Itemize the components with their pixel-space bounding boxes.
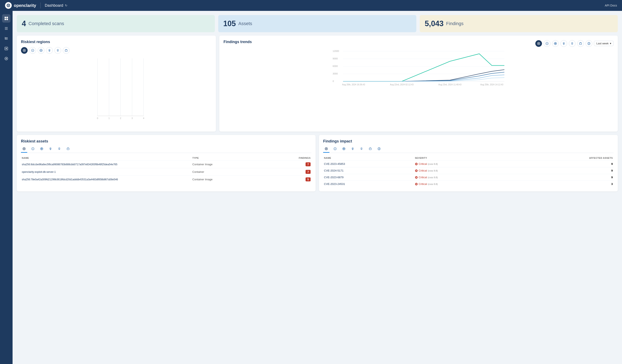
assets-tab-package[interactable] [65,146,71,153]
svg-rect-6 [6,18,8,20]
findings-impact-title: Findings impact [323,139,614,144]
svg-text:Aug 25th, 2024 14:12:43: Aug 25th, 2024 14:12:43 [480,83,504,86]
trends-chart: 12000 9000 6000 3000 0 Aug 20th, 2024 16… [223,49,614,89]
svg-text:4: 4 [143,117,144,119]
filter-vulnerability[interactable] [21,47,28,54]
svg-rect-4 [6,17,8,18]
trends-filter-package[interactable] [577,40,584,47]
brand-name: openclarity [14,3,36,8]
sidebar-item-list[interactable] [2,24,10,33]
impact-severity: Critical (cvss 9.8) [414,174,512,181]
period-selector[interactable]: Last week ▾ [594,41,614,46]
filter-rootkit[interactable] [55,47,61,54]
svg-rect-7 [5,27,8,28]
svg-rect-14 [5,38,5,38]
sidebar-item-scans[interactable] [2,44,10,53]
impact-tab-vulnerability[interactable] [323,146,330,153]
impact-name: CVE-2024-5171 [323,167,414,174]
svg-rect-31 [49,50,50,52]
svg-rect-10 [5,37,8,38]
impact-col-severity: SEVERITY [414,155,512,161]
svg-rect-12 [5,39,8,39]
filter-secret[interactable] [46,47,53,54]
content-area: 4 Completed scans 105 Assets 5,043 Findi… [13,11,622,364]
impact-tab-misc[interactable] [376,146,382,153]
findings-count: 5,043 [425,19,444,28]
summary-card-findings[interactable]: 5,043 Findings [420,15,618,32]
asset-findings: 5 [266,176,311,183]
sidebar-item-dashboard[interactable] [2,14,10,23]
chevron-down-icon: ▾ [610,42,611,45]
nav-divider [40,2,41,8]
assets-count: 105 [223,19,236,28]
col-name: NAME [21,155,192,161]
findings-label: Findings [446,21,464,26]
table-row[interactable]: sha256:8dccbe96a6ec5f6ca99086783b688cbb0… [21,161,311,168]
impact-name: CVE-2023-6879 [323,174,414,181]
findings-trends-panel: Findings trends [219,36,618,132]
filter-package[interactable] [63,47,70,54]
svg-rect-3 [5,17,6,18]
assets-tab-rootkit[interactable] [56,146,62,153]
assets-tab-vulnerability[interactable] [21,146,27,153]
trends-filter-misc[interactable] [585,40,592,47]
refresh-icon[interactable]: ↻ [65,4,67,7]
svg-point-2 [8,5,9,6]
trends-filter-malware[interactable] [552,40,559,47]
impact-tab-exploit[interactable] [332,146,338,153]
svg-rect-102 [369,148,371,150]
impact-name: CVE-2023-24531 [323,181,414,187]
impact-tab-malware[interactable] [341,146,347,153]
bottom-panels: Riskiest assets [17,135,618,191]
summary-card-scans[interactable]: 4 Completed scans [17,15,215,32]
svg-rect-88 [67,148,69,150]
impact-tab-row [323,146,614,153]
trends-filter-secret[interactable] [561,40,567,47]
sidebar-item-findings[interactable] [2,55,10,63]
svg-text:9000: 9000 [333,57,338,60]
impact-name: CVE-2023-45853 [323,161,414,167]
trends-filter-vuln[interactable] [535,40,542,47]
impact-tab-package[interactable] [367,146,373,153]
impact-affected: 3 [512,181,614,187]
svg-point-101 [361,148,362,149]
filter-exploit[interactable] [29,47,36,54]
trends-filter-rootkit[interactable] [569,40,576,47]
sidebar-item-assets[interactable] [2,34,10,43]
assets-tab-secret[interactable] [47,146,54,153]
main-layout: 4 Completed scans 105 Assets 5,043 Findi… [0,11,622,364]
impact-col-affected: AFFECTED ASSETS [512,155,614,161]
trends-filter-exploit[interactable] [544,40,550,47]
svg-point-57 [572,42,573,44]
table-row[interactable]: openclarity-exploit-db-server-1 Containe… [21,168,311,176]
trends-title: Findings trends [223,40,252,44]
table-row[interactable]: CVE-2023-24531 Critical (cvss 9.8) 3 [323,181,614,187]
summary-card-assets[interactable]: 105 Assets [218,15,416,32]
impact-tab-secret[interactable] [350,146,356,153]
svg-rect-17 [6,48,7,49]
impact-severity: Critical (cvss 9.8) [414,181,512,187]
table-row[interactable]: CVE-2023-6879 Critical (cvss 9.8) 9 [323,174,614,181]
scans-count: 4 [22,19,26,28]
assets-tab-exploit[interactable] [30,146,36,153]
top-panels: Riskiest regions [17,36,618,132]
table-row[interactable]: CVE-2023-45853 Critical (cvss 9.8) 9 [323,161,614,167]
table-row[interactable]: sha256:78e0a42a309fd21299b3618fdcd20d1ad… [21,176,311,183]
svg-point-25 [41,50,41,51]
svg-text:3: 3 [132,117,133,119]
impact-tab-rootkit[interactable] [358,146,365,153]
svg-rect-9 [5,29,8,30]
assets-tab-malware[interactable] [39,146,45,153]
filter-malware[interactable] [38,47,44,54]
regions-filter-icons [21,47,212,54]
svg-rect-33 [65,50,67,52]
asset-findings: 7 [266,168,311,176]
svg-rect-58 [580,43,582,45]
asset-findings: 7 [266,161,311,168]
table-row[interactable]: CVE-2024-5171 Critical (cvss 9.8) 9 [323,167,614,174]
scans-label: Completed scans [28,21,64,26]
page-title: Dashboard ↻ [45,3,67,8]
api-docs-link[interactable]: API Docs [605,4,617,7]
svg-rect-15 [5,39,5,39]
svg-text:0: 0 [333,80,334,82]
